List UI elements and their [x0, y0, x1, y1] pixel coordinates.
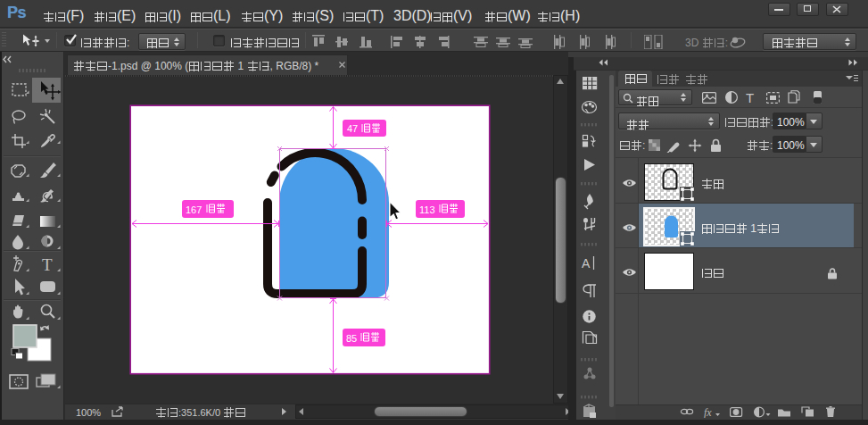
svg-text:fx: fx — [704, 406, 712, 418]
svg-text:A: A — [582, 256, 591, 271]
svg-text:T: T — [42, 255, 53, 274]
svg-text:85: 85 — [346, 333, 357, 344]
svg-text:167: 167 — [186, 204, 202, 215]
svg-text:47: 47 — [347, 123, 358, 134]
svg-text:T: T — [746, 90, 754, 104]
svg-text:113: 113 — [419, 204, 435, 215]
